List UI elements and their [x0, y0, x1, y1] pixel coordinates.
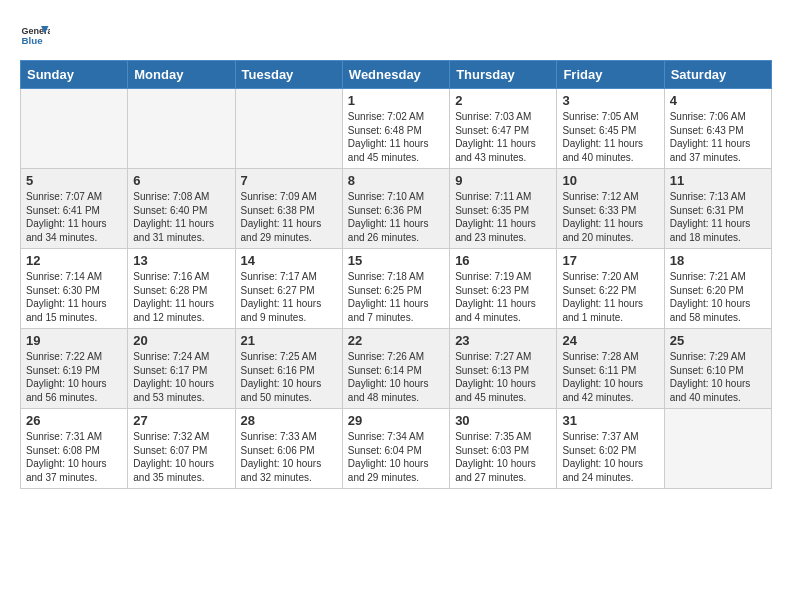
day-info: Sunrise: 7:31 AM Sunset: 6:08 PM Dayligh…: [26, 430, 122, 484]
day-number: 24: [562, 333, 658, 348]
calendar-cell: 29Sunrise: 7:34 AM Sunset: 6:04 PM Dayli…: [342, 409, 449, 489]
day-number: 23: [455, 333, 551, 348]
day-info: Sunrise: 7:13 AM Sunset: 6:31 PM Dayligh…: [670, 190, 766, 244]
day-number: 20: [133, 333, 229, 348]
calendar-cell: 1Sunrise: 7:02 AM Sunset: 6:48 PM Daylig…: [342, 89, 449, 169]
calendar-cell: 13Sunrise: 7:16 AM Sunset: 6:28 PM Dayli…: [128, 249, 235, 329]
day-number: 21: [241, 333, 337, 348]
day-info: Sunrise: 7:16 AM Sunset: 6:28 PM Dayligh…: [133, 270, 229, 324]
weekday-header-friday: Friday: [557, 61, 664, 89]
weekday-header-monday: Monday: [128, 61, 235, 89]
calendar-cell: 22Sunrise: 7:26 AM Sunset: 6:14 PM Dayli…: [342, 329, 449, 409]
day-info: Sunrise: 7:12 AM Sunset: 6:33 PM Dayligh…: [562, 190, 658, 244]
day-number: 27: [133, 413, 229, 428]
day-number: 3: [562, 93, 658, 108]
calendar-cell: 16Sunrise: 7:19 AM Sunset: 6:23 PM Dayli…: [450, 249, 557, 329]
calendar-week-row: 19Sunrise: 7:22 AM Sunset: 6:19 PM Dayli…: [21, 329, 772, 409]
day-info: Sunrise: 7:37 AM Sunset: 6:02 PM Dayligh…: [562, 430, 658, 484]
day-number: 15: [348, 253, 444, 268]
svg-text:Blue: Blue: [22, 35, 44, 46]
day-number: 14: [241, 253, 337, 268]
calendar-cell: 26Sunrise: 7:31 AM Sunset: 6:08 PM Dayli…: [21, 409, 128, 489]
day-number: 18: [670, 253, 766, 268]
calendar-cell: 27Sunrise: 7:32 AM Sunset: 6:07 PM Dayli…: [128, 409, 235, 489]
day-number: 28: [241, 413, 337, 428]
day-info: Sunrise: 7:25 AM Sunset: 6:16 PM Dayligh…: [241, 350, 337, 404]
calendar-cell: 5Sunrise: 7:07 AM Sunset: 6:41 PM Daylig…: [21, 169, 128, 249]
calendar-cell: [21, 89, 128, 169]
day-number: 9: [455, 173, 551, 188]
day-info: Sunrise: 7:24 AM Sunset: 6:17 PM Dayligh…: [133, 350, 229, 404]
calendar-week-row: 26Sunrise: 7:31 AM Sunset: 6:08 PM Dayli…: [21, 409, 772, 489]
calendar-cell: 18Sunrise: 7:21 AM Sunset: 6:20 PM Dayli…: [664, 249, 771, 329]
day-info: Sunrise: 7:08 AM Sunset: 6:40 PM Dayligh…: [133, 190, 229, 244]
day-info: Sunrise: 7:32 AM Sunset: 6:07 PM Dayligh…: [133, 430, 229, 484]
calendar-cell: 10Sunrise: 7:12 AM Sunset: 6:33 PM Dayli…: [557, 169, 664, 249]
calendar-cell: 31Sunrise: 7:37 AM Sunset: 6:02 PM Dayli…: [557, 409, 664, 489]
calendar-cell: 8Sunrise: 7:10 AM Sunset: 6:36 PM Daylig…: [342, 169, 449, 249]
calendar-cell: 24Sunrise: 7:28 AM Sunset: 6:11 PM Dayli…: [557, 329, 664, 409]
day-number: 12: [26, 253, 122, 268]
day-number: 8: [348, 173, 444, 188]
day-info: Sunrise: 7:27 AM Sunset: 6:13 PM Dayligh…: [455, 350, 551, 404]
calendar-cell: 14Sunrise: 7:17 AM Sunset: 6:27 PM Dayli…: [235, 249, 342, 329]
day-info: Sunrise: 7:29 AM Sunset: 6:10 PM Dayligh…: [670, 350, 766, 404]
calendar-cell: 2Sunrise: 7:03 AM Sunset: 6:47 PM Daylig…: [450, 89, 557, 169]
day-info: Sunrise: 7:34 AM Sunset: 6:04 PM Dayligh…: [348, 430, 444, 484]
calendar-cell: 7Sunrise: 7:09 AM Sunset: 6:38 PM Daylig…: [235, 169, 342, 249]
weekday-header-saturday: Saturday: [664, 61, 771, 89]
page-header: General Blue: [20, 20, 772, 50]
calendar-cell: 20Sunrise: 7:24 AM Sunset: 6:17 PM Dayli…: [128, 329, 235, 409]
day-number: 5: [26, 173, 122, 188]
calendar-cell: 3Sunrise: 7:05 AM Sunset: 6:45 PM Daylig…: [557, 89, 664, 169]
calendar-cell: 15Sunrise: 7:18 AM Sunset: 6:25 PM Dayli…: [342, 249, 449, 329]
day-number: 26: [26, 413, 122, 428]
weekday-header-wednesday: Wednesday: [342, 61, 449, 89]
day-info: Sunrise: 7:06 AM Sunset: 6:43 PM Dayligh…: [670, 110, 766, 164]
calendar-cell: 11Sunrise: 7:13 AM Sunset: 6:31 PM Dayli…: [664, 169, 771, 249]
day-info: Sunrise: 7:03 AM Sunset: 6:47 PM Dayligh…: [455, 110, 551, 164]
calendar-cell: [235, 89, 342, 169]
day-info: Sunrise: 7:05 AM Sunset: 6:45 PM Dayligh…: [562, 110, 658, 164]
day-info: Sunrise: 7:09 AM Sunset: 6:38 PM Dayligh…: [241, 190, 337, 244]
calendar-cell: 23Sunrise: 7:27 AM Sunset: 6:13 PM Dayli…: [450, 329, 557, 409]
calendar-week-row: 1Sunrise: 7:02 AM Sunset: 6:48 PM Daylig…: [21, 89, 772, 169]
calendar-cell: 4Sunrise: 7:06 AM Sunset: 6:43 PM Daylig…: [664, 89, 771, 169]
day-info: Sunrise: 7:18 AM Sunset: 6:25 PM Dayligh…: [348, 270, 444, 324]
calendar-cell: 17Sunrise: 7:20 AM Sunset: 6:22 PM Dayli…: [557, 249, 664, 329]
day-number: 30: [455, 413, 551, 428]
day-number: 16: [455, 253, 551, 268]
calendar-table: SundayMondayTuesdayWednesdayThursdayFrid…: [20, 60, 772, 489]
day-info: Sunrise: 7:07 AM Sunset: 6:41 PM Dayligh…: [26, 190, 122, 244]
calendar-week-row: 5Sunrise: 7:07 AM Sunset: 6:41 PM Daylig…: [21, 169, 772, 249]
day-info: Sunrise: 7:21 AM Sunset: 6:20 PM Dayligh…: [670, 270, 766, 324]
calendar-cell: 30Sunrise: 7:35 AM Sunset: 6:03 PM Dayli…: [450, 409, 557, 489]
calendar-cell: 6Sunrise: 7:08 AM Sunset: 6:40 PM Daylig…: [128, 169, 235, 249]
day-number: 31: [562, 413, 658, 428]
calendar-cell: 9Sunrise: 7:11 AM Sunset: 6:35 PM Daylig…: [450, 169, 557, 249]
logo: General Blue: [20, 20, 54, 50]
weekday-header-row: SundayMondayTuesdayWednesdayThursdayFrid…: [21, 61, 772, 89]
day-info: Sunrise: 7:22 AM Sunset: 6:19 PM Dayligh…: [26, 350, 122, 404]
weekday-header-tuesday: Tuesday: [235, 61, 342, 89]
calendar-cell: 25Sunrise: 7:29 AM Sunset: 6:10 PM Dayli…: [664, 329, 771, 409]
day-info: Sunrise: 7:35 AM Sunset: 6:03 PM Dayligh…: [455, 430, 551, 484]
calendar-cell: 19Sunrise: 7:22 AM Sunset: 6:19 PM Dayli…: [21, 329, 128, 409]
day-number: 11: [670, 173, 766, 188]
calendar-cell: 28Sunrise: 7:33 AM Sunset: 6:06 PM Dayli…: [235, 409, 342, 489]
day-number: 4: [670, 93, 766, 108]
day-number: 22: [348, 333, 444, 348]
day-number: 1: [348, 93, 444, 108]
calendar-cell: [664, 409, 771, 489]
weekday-header-thursday: Thursday: [450, 61, 557, 89]
calendar-cell: [128, 89, 235, 169]
day-info: Sunrise: 7:11 AM Sunset: 6:35 PM Dayligh…: [455, 190, 551, 244]
day-info: Sunrise: 7:14 AM Sunset: 6:30 PM Dayligh…: [26, 270, 122, 324]
day-info: Sunrise: 7:20 AM Sunset: 6:22 PM Dayligh…: [562, 270, 658, 324]
day-info: Sunrise: 7:10 AM Sunset: 6:36 PM Dayligh…: [348, 190, 444, 244]
calendar-cell: 12Sunrise: 7:14 AM Sunset: 6:30 PM Dayli…: [21, 249, 128, 329]
day-number: 29: [348, 413, 444, 428]
calendar-cell: 21Sunrise: 7:25 AM Sunset: 6:16 PM Dayli…: [235, 329, 342, 409]
day-number: 17: [562, 253, 658, 268]
weekday-header-sunday: Sunday: [21, 61, 128, 89]
